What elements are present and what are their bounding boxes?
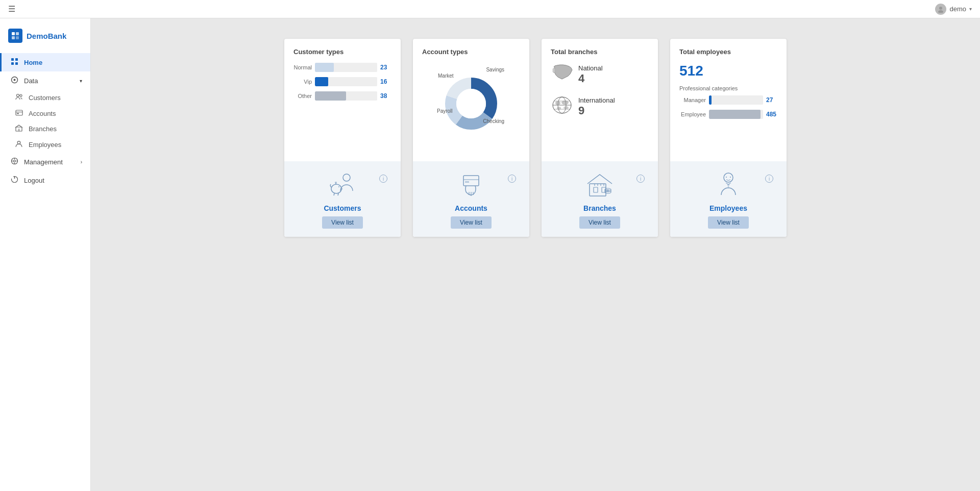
savings-label: Savings bbox=[486, 67, 504, 72]
sidebar-item-employees[interactable]: Employees bbox=[0, 137, 90, 153]
spain-map-icon bbox=[551, 63, 573, 87]
employees-card: Total employees 512 Professional categor… bbox=[670, 39, 787, 237]
market-label: Market bbox=[438, 73, 454, 79]
user-avatar bbox=[935, 4, 946, 15]
account-bottom-inner: i Accounts View bbox=[421, 169, 521, 229]
customer-info-icon[interactable]: i bbox=[379, 175, 387, 183]
employees-icon bbox=[14, 140, 23, 149]
account-types-top: Account types bbox=[413, 39, 529, 161]
svg-rect-7 bbox=[15, 58, 18, 61]
app-body: DemoBank Home Data ▾ bbox=[0, 18, 980, 491]
logo-text: DemoBank bbox=[27, 32, 66, 40]
manager-value: 27 bbox=[766, 96, 777, 104]
employees-bottom-inner: i bbox=[678, 169, 778, 229]
normal-bar-row: Normal 23 bbox=[293, 63, 391, 72]
other-bar-track bbox=[315, 91, 377, 101]
branches-bottom-label: Branches bbox=[583, 204, 616, 212]
accounts-view-list-btn[interactable]: View list bbox=[451, 216, 492, 229]
national-row: National 4 bbox=[551, 63, 649, 87]
vip-bar-track bbox=[315, 77, 377, 86]
data-expand-arrow: ▾ bbox=[80, 78, 82, 84]
sidebar-item-management[interactable]: Management › bbox=[0, 153, 90, 171]
customer-card-bottom: i bbox=[284, 161, 401, 237]
svg-rect-42 bbox=[465, 181, 469, 183]
employees-label: Employees bbox=[29, 141, 61, 149]
branches-card-bottom: i bbox=[542, 161, 658, 237]
vip-bar-row: Vip 16 bbox=[293, 77, 391, 86]
donut-chart: Savings Market Payroll Checking bbox=[422, 63, 520, 144]
home-label: Home bbox=[24, 59, 42, 66]
topbar-left: ☰ bbox=[8, 4, 15, 14]
account-types-title: Account types bbox=[422, 48, 520, 56]
svg-rect-34 bbox=[335, 182, 337, 183]
accounts-illustration bbox=[456, 169, 486, 200]
svg-rect-4 bbox=[12, 36, 15, 39]
svg-point-51 bbox=[555, 101, 560, 105]
employees-card-bottom: i bbox=[670, 161, 787, 237]
branches-view-list-btn[interactable]: View list bbox=[579, 216, 620, 229]
svg-rect-18 bbox=[18, 129, 20, 131]
employee-bar-fill bbox=[709, 110, 761, 119]
svg-point-1 bbox=[938, 10, 943, 13]
other-value: 38 bbox=[380, 92, 391, 100]
svg-point-29 bbox=[331, 184, 341, 193]
customer-types-title: Customer types bbox=[293, 48, 391, 56]
world-map-icon bbox=[551, 95, 573, 119]
hamburger-menu[interactable]: ☰ bbox=[8, 4, 15, 14]
logout-icon bbox=[10, 176, 19, 185]
sidebar-item-accounts[interactable]: Accounts bbox=[0, 106, 90, 121]
management-icon bbox=[10, 157, 19, 166]
main-content: Customer types Normal 23 Vip 16 bbox=[91, 18, 980, 491]
customers-view-list-btn[interactable]: View list bbox=[322, 216, 363, 229]
sidebar-item-logout[interactable]: Logout bbox=[0, 171, 90, 189]
branches-top: Total branches National bbox=[542, 39, 658, 161]
employee-bar-row: Employee 485 bbox=[679, 110, 777, 119]
employee-value: 485 bbox=[766, 111, 777, 118]
logout-label: Logout bbox=[24, 177, 44, 184]
svg-point-52 bbox=[561, 101, 569, 105]
sidebar-item-data[interactable]: Data ▾ bbox=[0, 71, 90, 90]
normal-bar-fill bbox=[315, 63, 334, 72]
data-icon bbox=[10, 76, 19, 85]
svg-line-32 bbox=[338, 193, 338, 195]
home-icon bbox=[10, 58, 19, 67]
branches-info-icon[interactable]: i bbox=[636, 175, 645, 183]
manager-bar-fill bbox=[709, 95, 712, 105]
svg-rect-40 bbox=[463, 176, 479, 186]
svg-rect-3 bbox=[16, 32, 19, 35]
topbar-user[interactable]: demo ▾ bbox=[935, 4, 972, 15]
svg-point-28 bbox=[343, 174, 350, 181]
vip-label: Vip bbox=[293, 79, 312, 85]
national-info: National 4 bbox=[578, 64, 603, 85]
logo-icon bbox=[8, 29, 22, 43]
employees-info-icon[interactable]: i bbox=[765, 175, 773, 183]
svg-point-11 bbox=[13, 79, 15, 81]
user-dropdown-arrow[interactable]: ▾ bbox=[969, 6, 972, 12]
employees-illustration bbox=[713, 169, 744, 200]
other-label: Other bbox=[293, 93, 312, 99]
sidebar-item-branches[interactable]: Branches bbox=[0, 121, 90, 137]
employees-bottom-label: Employees bbox=[709, 204, 747, 212]
vip-bar-fill bbox=[315, 77, 328, 86]
customer-illustration bbox=[327, 169, 358, 200]
logo-area: DemoBank bbox=[0, 23, 90, 53]
branches-bottom-inner: i bbox=[550, 169, 650, 229]
svg-rect-6 bbox=[11, 58, 14, 61]
sidebar-item-home[interactable]: Home bbox=[0, 53, 90, 71]
sidebar-item-customers[interactable]: Customers bbox=[0, 90, 90, 106]
customer-types-card: Customer types Normal 23 Vip 16 bbox=[284, 39, 401, 237]
other-bar-fill bbox=[315, 91, 346, 101]
normal-label: Normal bbox=[293, 64, 312, 70]
manager-bar-track bbox=[709, 95, 763, 105]
account-info-icon[interactable]: i bbox=[508, 175, 516, 183]
manager-bar-row: Manager 27 bbox=[679, 95, 777, 105]
svg-rect-2 bbox=[12, 32, 15, 35]
employees-top: Total employees 512 Professional categor… bbox=[670, 39, 787, 161]
svg-point-0 bbox=[939, 7, 942, 10]
employees-view-list-btn[interactable]: View list bbox=[708, 216, 749, 229]
branches-illustration: $ bbox=[584, 169, 615, 200]
sidebar: DemoBank Home Data ▾ bbox=[0, 18, 91, 491]
payroll-label: Payroll bbox=[437, 108, 453, 114]
international-row: International 9 bbox=[551, 95, 649, 119]
international-info: International 9 bbox=[578, 96, 615, 117]
